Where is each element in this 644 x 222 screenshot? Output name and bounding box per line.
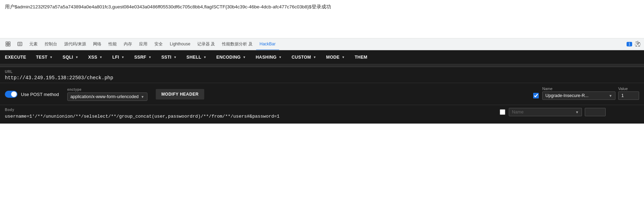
body-label: Body: [5, 108, 493, 112]
enctype-chevron-icon: ▼: [141, 95, 144, 99]
gear-icon: [635, 41, 641, 46]
tab-sources[interactable]: 源代码/来源: [61, 38, 90, 50]
sqli-arrow: ▼: [75, 56, 78, 59]
header-checkbox-1[interactable]: [533, 93, 539, 98]
ssti-arrow: ▼: [174, 56, 177, 59]
xss-button[interactable]: XSS ▼: [83, 50, 107, 64]
tab-security[interactable]: 安全: [151, 38, 166, 50]
tab-screenshot[interactable]: [14, 38, 26, 50]
tab-memory[interactable]: 内存: [120, 38, 136, 50]
ssrf-arrow: ▼: [148, 56, 152, 59]
tab-inspector-icon[interactable]: [2, 38, 14, 50]
body-section: Body username=1'/**/ununionion/**/selsel…: [0, 105, 644, 124]
svg-rect-3: [8, 44, 10, 46]
hashing-arrow: ▼: [279, 56, 282, 59]
header-name-value-2: Name ▼: [509, 108, 639, 116]
header-columns: Name Value Upgrade-Insecure-R... ▼: [533, 87, 639, 102]
inspect-icon: [6, 42, 10, 46]
body-value[interactable]: username=1'/**/ununionion/**/selselect/*…: [5, 113, 493, 120]
response-text: 用户$admin21232f297a57a5a743894a0e4a801fc3…: [5, 4, 331, 9]
custom-arrow: ▼: [313, 56, 316, 59]
console-badge: 1: [627, 42, 632, 46]
svg-rect-1: [8, 42, 10, 44]
encoding-button[interactable]: ENCODING ▼: [212, 50, 251, 64]
name-col-header: Name: [542, 87, 615, 91]
lfi-button[interactable]: LFI ▼: [107, 50, 129, 64]
shell-button[interactable]: SHELL ▼: [182, 50, 212, 64]
hackbar-body: URL http://43.249.195.138:22503/check.ph…: [0, 67, 644, 124]
enctype-select[interactable]: application/x-www-form-urlencoded ▼: [67, 92, 147, 101]
tab-network[interactable]: 网络: [90, 38, 105, 50]
enctype-label: enctype: [67, 88, 147, 91]
xss-arrow: ▼: [99, 56, 102, 59]
tab-perf-insights[interactable]: 性能数据分析 及: [219, 38, 256, 50]
tab-console[interactable]: 控制台: [41, 38, 61, 50]
devtools-tabbar: 元素 控制台 源代码/来源 网络 性能 内存 应用 安全 Lighthouse …: [0, 38, 644, 50]
ssrf-button[interactable]: SSRF ▼: [129, 50, 156, 64]
right-panel: Name ▼: [500, 108, 639, 118]
response-area: 用户$admin21232f297a57a5a743894a0e4a801fc3…: [0, 0, 644, 38]
header-row-2: Name ▼: [500, 108, 639, 116]
tab-hackbar[interactable]: HackBar: [256, 38, 279, 50]
svg-rect-4: [18, 42, 22, 46]
post-row: Use POST method enctype application/x-ww…: [0, 83, 644, 105]
url-label: URL: [5, 70, 639, 74]
encoding-arrow: ▼: [243, 56, 246, 59]
screenshot-icon: [17, 42, 22, 46]
post-method-toggle[interactable]: [5, 91, 17, 98]
mode-button[interactable]: MODE ▼: [321, 50, 350, 64]
hackbar-toolbar: EXECUTE TEST ▼ SQLI ▼ XSS ▼ LFI ▼ SSRF ▼…: [0, 50, 644, 64]
enctype-section: enctype application/x-www-form-urlencode…: [67, 88, 147, 101]
custom-button[interactable]: CUSTOM ▼: [287, 50, 321, 64]
mode-arrow: ▼: [342, 56, 345, 59]
header-name-placeholder-2: Name: [512, 110, 573, 114]
header-name-value-1: Upgrade-Insecure-R... ▼: [542, 91, 639, 100]
scrollbar-track[interactable]: [0, 64, 644, 67]
toggle-inner: [5, 91, 17, 98]
tab-elements[interactable]: 元素: [26, 38, 41, 50]
value-col-header: Value: [618, 87, 628, 91]
tab-lighthouse[interactable]: Lighthouse: [166, 38, 194, 50]
header-checkbox-2[interactable]: [500, 109, 505, 115]
lfi-arrow: ▼: [121, 56, 124, 59]
header-name-text-1: Upgrade-Insecure-R...: [545, 93, 607, 98]
ssti-button[interactable]: SSTI ▼: [156, 50, 182, 64]
svg-rect-0: [6, 42, 8, 44]
url-value[interactable]: http://43.249.195.138:22503/check.php: [5, 75, 639, 81]
header-value-input-1[interactable]: [618, 91, 639, 100]
header-name-input-2[interactable]: Name ▼: [509, 108, 582, 116]
post-method-label: Use POST method: [21, 92, 59, 97]
body-left: Body username=1'/**/ununionion/**/selsel…: [5, 108, 493, 120]
execute-button[interactable]: EXECUTE: [0, 50, 31, 64]
enctype-value: application/x-www-form-urlencoded: [70, 94, 139, 99]
shell-arrow: ▼: [204, 56, 207, 59]
header-row-1: Upgrade-Insecure-R... ▼: [533, 91, 639, 100]
gear-button[interactable]: [635, 41, 641, 47]
header-value-input-2[interactable]: [585, 108, 606, 116]
sqli-button[interactable]: SQLI ▼: [58, 50, 84, 64]
test-button[interactable]: TEST ▼: [31, 50, 58, 64]
tab-recorder[interactable]: 记录器 及: [194, 38, 219, 50]
devtools-right-controls: 1: [627, 41, 642, 47]
url-section: URL http://43.249.195.138:22503/check.ph…: [0, 67, 644, 83]
modify-header-button[interactable]: MODIFY HEADER: [156, 89, 204, 99]
tab-performance[interactable]: 性能: [105, 38, 120, 50]
header-name-dropdown-icon: ▼: [609, 94, 612, 98]
hashing-button[interactable]: HASHING ▼: [251, 50, 287, 64]
header-name-dropdown-icon-2: ▼: [575, 110, 579, 114]
test-arrow: ▼: [49, 56, 53, 59]
header-name-input-1[interactable]: Upgrade-Insecure-R... ▼: [542, 91, 615, 100]
theme-button[interactable]: THEM: [350, 50, 373, 64]
svg-point-5: [19, 43, 21, 45]
svg-rect-2: [6, 44, 8, 46]
tab-application[interactable]: 应用: [136, 38, 151, 50]
